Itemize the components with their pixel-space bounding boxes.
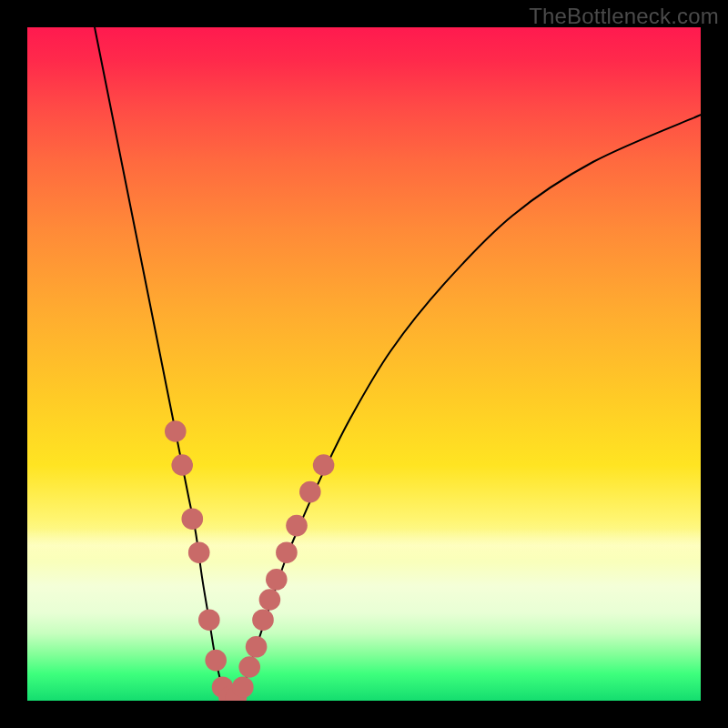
marker-dot bbox=[182, 508, 204, 530]
chart-container: TheBottleneck.com bbox=[0, 0, 728, 728]
bottleneck-curve bbox=[81, 27, 701, 701]
plot-svg bbox=[27, 27, 701, 701]
marker-dot bbox=[246, 636, 268, 658]
marker-dot bbox=[165, 420, 187, 442]
marker-dot bbox=[232, 676, 254, 698]
marker-dot bbox=[238, 656, 260, 678]
marker-dot bbox=[188, 541, 210, 563]
marker-dot bbox=[266, 569, 288, 591]
marker-dot bbox=[286, 515, 308, 537]
marker-dot bbox=[205, 650, 227, 672]
marker-dot bbox=[252, 609, 274, 631]
marker-dot bbox=[171, 454, 193, 476]
data-markers bbox=[165, 420, 334, 701]
plot-area bbox=[27, 27, 701, 701]
watermark: TheBottleneck.com bbox=[529, 4, 719, 29]
marker-dot bbox=[299, 481, 321, 503]
marker-dot bbox=[276, 541, 298, 563]
marker-dot bbox=[198, 609, 220, 631]
marker-dot bbox=[259, 589, 281, 611]
marker-dot bbox=[313, 454, 335, 476]
